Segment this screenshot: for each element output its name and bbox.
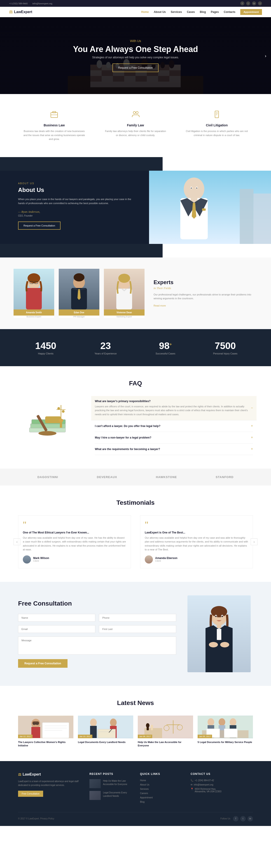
form-row-2: [18, 625, 176, 633]
social-icon-in[interactable]: in: [252, 1, 256, 5]
hero-next-arrow[interactable]: ›: [265, 53, 267, 59]
logo-icon: ⚖: [9, 9, 13, 14]
stat-number-0: 1450: [18, 340, 73, 351]
faq-item-2[interactable]: May I hire a non-lawyer for a legal prob…: [95, 432, 253, 443]
svg-point-84: [209, 642, 218, 647]
appointment-button[interactable]: Appointment: [240, 9, 262, 15]
footer-follow-label: Follow Us: [221, 817, 230, 820]
service-desc-2: Civil litigation is the process in which…: [185, 129, 248, 137]
faq-toggle-2[interactable]: +: [251, 436, 253, 440]
team-name-0: Amanda Smith: [13, 309, 54, 315]
testimonial-1: " LawExpert is One of The Best... Our at…: [140, 515, 253, 568]
social-icon-fb[interactable]: f: [240, 1, 244, 5]
hero-with-us: With Us: [73, 39, 198, 43]
svg-point-26: [136, 112, 138, 114]
message-input[interactable]: [18, 637, 176, 655]
stat-2: 98+ Successful Cases: [138, 340, 193, 355]
faq-toggle-1[interactable]: +: [251, 424, 253, 428]
phone-input[interactable]: [99, 614, 176, 622]
footer-social-fb[interactable]: f: [233, 816, 238, 822]
svg-point-104: [110, 719, 116, 726]
news-card-1: Jan 10, 2017 Legal Documents Every Landl…: [78, 716, 133, 747]
footer-link-blog[interactable]: Blog: [140, 801, 181, 803]
svg-point-122: [218, 718, 225, 726]
faq-item-1[interactable]: I can't afford a lawyer. Do you offer fr…: [95, 421, 253, 432]
testimonial-title-1: LawExpert is One of The Best...: [145, 531, 248, 534]
svg-point-25: [133, 112, 135, 114]
hero-cta-button[interactable]: Request a Free Consultation: [112, 64, 159, 72]
business-law-icon: [23, 110, 86, 121]
news-card-title-0[interactable]: The Lawyers Collective Women's Rights In…: [18, 741, 73, 747]
faq-question-2: May I hire a non-lawyer for a legal prob…: [95, 436, 151, 439]
svg-point-82: [211, 606, 227, 617]
faq-question-1: I can't afford a lawyer. Do you offer fr…: [95, 425, 160, 428]
footer-contact-title: CONTACT US: [191, 772, 253, 776]
nav-pages[interactable]: Pages: [211, 10, 218, 13]
consultation-cta-button[interactable]: Request a Free Consultation: [18, 659, 68, 668]
about-cta-button[interactable]: Request a Free Consultation: [18, 221, 61, 230]
footer-link-about[interactable]: About Us: [140, 783, 181, 786]
footer-post-0: Help Us Make the Law Accessible for Ever…: [90, 779, 131, 788]
footer-consultation-button[interactable]: Free Consultation: [18, 791, 43, 797]
svg-rect-72: [45, 416, 61, 423]
top-bar-left: +1 (332) 589-9441 info@lawexpert.org: [9, 2, 53, 5]
faq-item-0[interactable]: What are lawyer's primary responsibiliti…: [91, 396, 257, 421]
email-input[interactable]: [18, 625, 95, 633]
news-card-title-2[interactable]: Help Us Make the Law Accessible for Ever…: [138, 741, 193, 747]
svg-point-89: [222, 616, 223, 617]
footer-social-tw[interactable]: t: [240, 816, 246, 822]
team-photo-1: [59, 269, 99, 309]
social-icon-tw[interactable]: t: [246, 1, 250, 5]
nav-contacts[interactable]: Contacts: [224, 10, 235, 13]
svg-point-66: [118, 274, 130, 283]
svg-point-77: [62, 410, 65, 413]
phone-info: +1 (332) 589-9441: [9, 2, 28, 5]
news-image-0: Jan 12, 2017: [18, 716, 73, 738]
news-card-title-1[interactable]: Legal Documents Every Landlord Needs: [78, 741, 133, 744]
footer-link-appointment[interactable]: Appointment: [140, 796, 181, 799]
nav-blog[interactable]: Blog: [200, 10, 206, 13]
news-section: Latest News: [0, 686, 271, 761]
testimonial-author-1: Amanda Eberson Client: [145, 555, 248, 563]
consultation-left: Free Consultation Request a Free Consult…: [18, 600, 176, 668]
footer-link-services[interactable]: Services: [140, 788, 181, 790]
nav-about[interactable]: About Us: [154, 10, 166, 13]
partner-0: DAGOSTINNI: [37, 475, 58, 479]
footer-post-img-1: [90, 791, 101, 800]
footer-link-home[interactable]: Home: [140, 779, 181, 782]
testimonials-next-arrow[interactable]: ›: [251, 538, 258, 545]
hero-title: You Are Always One Step Ahead: [73, 44, 198, 54]
testimonials-container: ‹ " One of The Most Ethical Lawyers I've…: [18, 515, 253, 568]
nav-services[interactable]: Services: [171, 10, 182, 13]
svg-point-50: [28, 273, 40, 283]
svg-point-42: [191, 187, 192, 188]
team-experts-title: Experts: [154, 279, 258, 285]
stats-grid: 1450 Happy Clients 23 Years of Experienc…: [18, 340, 253, 355]
news-card-title-3[interactable]: 5 Legal Documents for Military Service P…: [198, 741, 253, 744]
navbar: ⚖ LawExpert Home About Us Services Cases…: [0, 7, 271, 17]
service-desc-1: Family law attorneys help their clients …: [104, 129, 167, 137]
faq-toggle-0[interactable]: −: [251, 406, 253, 410]
name-input[interactable]: [18, 614, 95, 622]
svg-rect-79: [60, 422, 62, 428]
hero-subtitle: Strategies of our attorneys will help yo…: [73, 56, 198, 59]
svg-rect-83: [217, 624, 221, 628]
team-photo-0: [13, 269, 54, 309]
logo[interactable]: ⚖ LawExpert: [9, 9, 32, 14]
footer-recent-posts-title: RECENT POSTS: [90, 772, 131, 776]
nav-home[interactable]: Home: [141, 10, 148, 13]
faq-toggle-3[interactable]: +: [251, 447, 253, 451]
search-icon[interactable]: ⌕: [258, 1, 262, 5]
footer-quick-links-title: QUICK LINKS: [140, 772, 181, 776]
services-section: Business Law Business law deals with the…: [0, 94, 271, 157]
faq-item-3[interactable]: What are the requirements for becoming a…: [95, 443, 253, 455]
svg-point-88: [215, 616, 216, 617]
about-right: [149, 170, 271, 244]
nav-cases[interactable]: Cases: [187, 10, 195, 13]
firstlast-input[interactable]: [99, 625, 176, 633]
footer-email: ✉ info@lawexpert.org: [191, 783, 253, 786]
footer-link-careers[interactable]: Careers: [140, 792, 181, 795]
footer-social-in[interactable]: in: [247, 816, 253, 822]
team-read-more-link[interactable]: Read more: [154, 304, 166, 307]
footer-copyright: © 2017 © LawExpert. Privacy Policy: [18, 817, 54, 820]
